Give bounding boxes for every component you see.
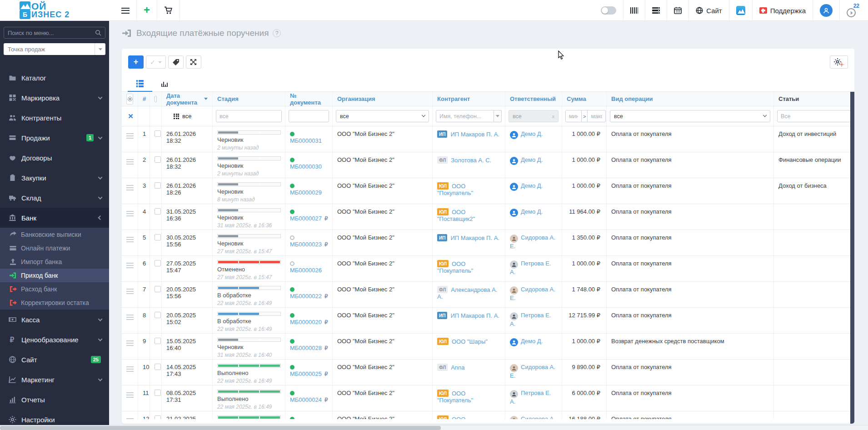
sidebar-item-catalog[interactable]: Каталог <box>0 68 109 88</box>
menu-search-input[interactable]: Поиск по меню... <box>4 27 105 39</box>
row-drag-handle[interactable] <box>122 152 138 178</box>
sidebar-item-contragents[interactable]: Контрагенты <box>0 108 109 128</box>
row-checkbox[interactable] <box>155 338 161 344</box>
tags-button[interactable] <box>168 55 184 69</box>
server-button[interactable] <box>645 0 667 21</box>
row-checkbox[interactable] <box>155 156 161 163</box>
row-drag-handle[interactable] <box>122 256 138 281</box>
app-logo[interactable]: ОЙ БИЗНЕС 2 <box>20 1 97 20</box>
document-link[interactable]: МБ0000024 <box>290 396 322 403</box>
profile-button[interactable] <box>813 0 839 21</box>
row-drag-handle[interactable] <box>122 204 138 230</box>
sidebar-item-sales[interactable]: Продажи1 <box>0 128 109 148</box>
date-filter[interactable]: все <box>162 106 213 126</box>
table-row[interactable]: 720.05.2025 15:56В обработке22 мая 2025г… <box>122 282 854 308</box>
document-link[interactable]: МБ0000027 <box>290 215 322 222</box>
doc-filter-input[interactable] <box>289 110 329 122</box>
sidebar-item-bank-income[interactable]: Приход банк <box>0 269 109 282</box>
column-article[interactable]: Статьи <box>774 92 854 106</box>
row-drag-handle[interactable] <box>122 385 138 411</box>
menu-toggle-button[interactable] <box>115 0 136 21</box>
stage-filter-input[interactable] <box>216 110 282 122</box>
document-link[interactable]: МБ0000031 <box>290 137 322 144</box>
mb-app-button[interactable] <box>729 0 752 21</box>
column-sum[interactable]: Сумма <box>562 92 607 106</box>
sidebar-item-contracts[interactable]: Договоры <box>0 148 109 168</box>
clear-filters-button[interactable]: ✕ <box>128 112 134 120</box>
table-row[interactable]: 1108.05.2025 17:31Выполнено22 мая 2025г.… <box>122 385 854 411</box>
row-checkbox[interactable] <box>155 234 161 240</box>
sidebar-item-site[interactable]: Сайт25 <box>0 350 109 370</box>
sidebar-item-purchases[interactable]: Закупки <box>0 168 109 188</box>
document-link[interactable]: МБ0000022 <box>290 293 322 300</box>
column-date[interactable]: Дата документа <box>162 92 213 106</box>
sidebar-item-bank-statements[interactable]: Банковские выписки <box>0 228 109 241</box>
theme-toggle[interactable] <box>594 0 623 21</box>
barcode-button[interactable] <box>624 0 645 21</box>
sidebar-item-online-payments[interactable]: Онлайн платежи <box>0 241 109 255</box>
contragent-link[interactable]: Anna <box>451 364 464 371</box>
document-link[interactable]: МБ0000023 <box>290 241 322 248</box>
responsible-link[interactable]: Демо Д. <box>521 208 543 215</box>
support-link[interactable]: Поддержка <box>753 0 813 21</box>
pos-select[interactable]: Точка продаж <box>4 43 105 55</box>
table-row[interactable]: 820.05.2025 15:02В обработке22 мая 2025г… <box>122 308 854 334</box>
vertical-scrollbar[interactable] <box>850 92 854 424</box>
contragent-link[interactable]: ООО "Шары" <box>452 338 488 345</box>
contragent-link[interactable]: ИП Макаров П. А. <box>450 235 499 241</box>
sidebar-item-balance-adjustments[interactable]: Корректировки остатка <box>0 296 109 310</box>
select-all-checkbox[interactable] <box>155 96 157 102</box>
table-row[interactable]: 627.05.2025 15:47Отменено27 мая 2025г. в… <box>122 256 854 282</box>
contragent-link[interactable]: Золотова А. С. <box>451 157 491 164</box>
columns-settings-button[interactable] <box>126 94 133 105</box>
table-row[interactable]: 126.01.2026 18:32Черновик2 минуты назадМ… <box>122 126 854 152</box>
row-checkbox[interactable] <box>155 208 161 215</box>
column-operation[interactable]: Вид операции <box>607 92 774 106</box>
table-row[interactable]: 431.05.2025 16:36Черновик31 мая 2025г. в… <box>122 204 854 230</box>
row-drag-handle[interactable] <box>122 334 138 359</box>
row-drag-handle[interactable] <box>122 230 138 255</box>
article-filter-input[interactable] <box>777 110 851 122</box>
column-doc[interactable]: № документа <box>285 92 333 106</box>
column-party[interactable]: Контрагент <box>433 92 505 106</box>
help-icon[interactable]: ? <box>273 29 281 37</box>
document-link[interactable]: МБ0000026 <box>290 267 322 274</box>
history-button[interactable]: 22 <box>840 0 865 21</box>
operation-filter-select[interactable]: все <box>610 110 770 122</box>
column-org[interactable]: Организация <box>333 92 433 106</box>
table-row[interactable]: 326.01.2026 18:26Черновик8 минут назадМБ… <box>122 178 854 204</box>
sidebar-item-bank-expense[interactable]: Расход банк <box>0 282 109 296</box>
responsible-link[interactable]: Демо Д. <box>521 130 543 137</box>
row-checkbox[interactable] <box>155 286 161 292</box>
column-stage[interactable]: Стадия <box>213 92 285 106</box>
row-drag-handle[interactable] <box>122 126 138 152</box>
org-filter-select[interactable]: все <box>336 110 429 122</box>
tab-list-view[interactable] <box>128 76 152 91</box>
add-document-button[interactable]: + <box>128 55 144 69</box>
row-checkbox[interactable] <box>155 390 161 396</box>
row-drag-handle[interactable] <box>122 411 138 419</box>
party-filter-input[interactable] <box>436 110 494 122</box>
document-link[interactable]: МБ0000025 <box>290 370 322 377</box>
sidebar-item-pricing[interactable]: ₽Ценообразование <box>0 330 109 350</box>
responsible-link[interactable]: Демо Д. <box>521 338 543 345</box>
tab-chart-view[interactable] <box>152 76 177 91</box>
sidebar-item-marketing[interactable]: Маркетинг <box>0 370 109 390</box>
party-filter-dropdown[interactable] <box>494 110 502 122</box>
contragent-link[interactable]: ИП Макаров П. А. <box>450 131 499 138</box>
sidebar-item-cashbox[interactable]: Касса <box>0 310 109 330</box>
quick-add-button[interactable]: + <box>137 0 157 21</box>
row-checkbox[interactable] <box>155 130 161 137</box>
table-row[interactable]: 1014.05.2025 17:43Выполнено22 мая 2025г.… <box>122 360 854 385</box>
sidebar-item-warehouse[interactable]: Склад <box>0 188 109 208</box>
row-drag-handle[interactable] <box>122 282 138 307</box>
row-checkbox[interactable] <box>155 312 161 318</box>
row-drag-handle[interactable] <box>122 360 138 385</box>
table-row[interactable]: 226.01.2026 18:32Черновик2 минуты назадМ… <box>122 152 854 178</box>
horizontal-scrollbar[interactable] <box>0 425 868 430</box>
sum-max-input[interactable] <box>588 110 606 122</box>
pos-select-dropdown[interactable] <box>95 43 105 55</box>
document-link[interactable]: МБ0000030 <box>290 163 322 170</box>
approve-dropdown-button[interactable]: ✓ <box>146 55 166 69</box>
sidebar-item-bank-import[interactable]: Импорт банка <box>0 255 109 269</box>
